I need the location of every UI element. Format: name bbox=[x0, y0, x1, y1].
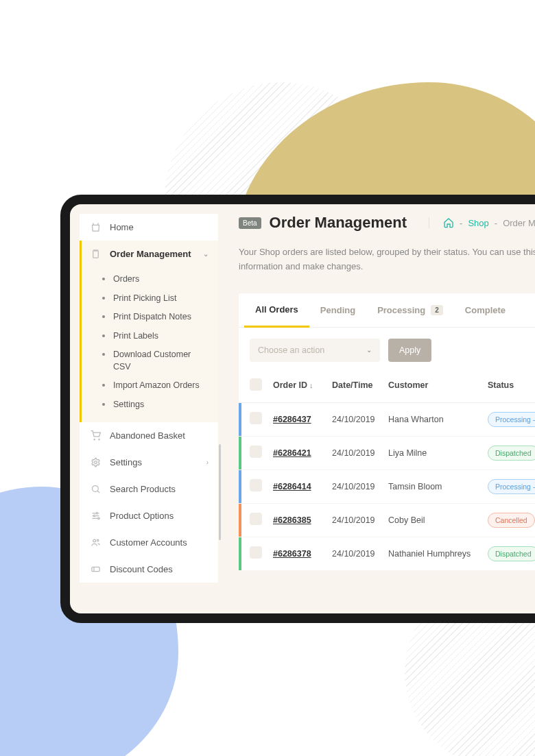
svg-point-4 bbox=[92, 486, 98, 492]
sort-down-icon: ↓ bbox=[309, 381, 313, 389]
sidebar-item-customer-accounts[interactable]: Customer Accounts bbox=[80, 529, 218, 556]
sidebar-item-home[interactable]: Home bbox=[80, 214, 218, 241]
row-checkbox[interactable] bbox=[250, 513, 262, 525]
row-checkbox[interactable] bbox=[250, 546, 262, 559]
order-customer: Hana Wharton bbox=[388, 415, 488, 424]
page-header: Beta Order Management - Shop - Order Man… bbox=[239, 214, 535, 232]
table-header: Order ID↓ Date/Time Customer Status bbox=[239, 373, 535, 403]
order-id-link[interactable]: #6286421 bbox=[273, 448, 311, 458]
gear-icon bbox=[89, 457, 102, 467]
sidebar-scrollbar[interactable] bbox=[219, 444, 221, 540]
bulk-action-toolbar: Choose an action ⌄ Apply bbox=[239, 328, 535, 373]
tab-badge: 2 bbox=[431, 305, 443, 315]
table-body: #628643724/10/2019Hana WhartonProcessing… bbox=[239, 403, 535, 571]
order-id-link[interactable]: #6286437 bbox=[273, 415, 311, 424]
subnav-item-import-amazon-orders[interactable]: Import Amazon Orders bbox=[82, 376, 218, 395]
status-bar bbox=[239, 437, 241, 470]
chevron-down-icon: ⌄ bbox=[203, 250, 209, 258]
ticket-icon bbox=[89, 564, 102, 574]
order-date: 24/10/2019 bbox=[332, 482, 388, 491]
select-all-checkbox[interactable] bbox=[250, 378, 262, 391]
tab-complete[interactable]: Complete bbox=[454, 293, 516, 327]
table-row[interactable]: #628643724/10/2019Hana WhartonProcessing… bbox=[239, 403, 535, 437]
bullet-icon bbox=[102, 315, 105, 318]
status-bar bbox=[239, 403, 241, 436]
col-order-id[interactable]: Order ID↓ bbox=[273, 380, 332, 390]
order-date: 24/10/2019 bbox=[332, 448, 388, 458]
table-row[interactable]: #628642124/10/2019Liya MilneDispatched bbox=[239, 437, 535, 470]
order-id-link[interactable]: #6286385 bbox=[273, 515, 311, 525]
column-label: Status bbox=[488, 380, 514, 390]
column-label: Order ID bbox=[273, 380, 307, 390]
row-checkbox[interactable] bbox=[250, 479, 262, 491]
order-date: 24/10/2019 bbox=[332, 515, 388, 525]
sidebar-item-abandoned-basket[interactable]: Abandoned Basket bbox=[80, 422, 218, 449]
bullet-icon bbox=[102, 278, 105, 280]
order-customer: Liya Milne bbox=[388, 448, 488, 458]
table-row[interactable]: #628638524/10/2019Coby BeilCancelled bbox=[239, 504, 535, 537]
device-frame: Home Order Management ⌄ Orders Print Pic… bbox=[60, 195, 535, 623]
subnav-item-print-labels[interactable]: Print Labels bbox=[82, 327, 218, 346]
col-date[interactable]: Date/Time bbox=[332, 380, 388, 390]
main-content: Beta Order Management - Shop - Order Man… bbox=[239, 214, 535, 604]
sidebar-item-label: Product Options bbox=[110, 511, 174, 521]
svg-point-5 bbox=[96, 513, 98, 515]
tab-label: Pending bbox=[320, 305, 355, 315]
order-date: 24/10/2019 bbox=[332, 549, 388, 559]
sidebar-item-search-products[interactable]: Search Products bbox=[80, 476, 218, 502]
sidebar-item-settings[interactable]: Settings › bbox=[80, 449, 218, 476]
svg-rect-10 bbox=[91, 567, 99, 571]
breadcrumb-sep: - bbox=[495, 218, 497, 228]
column-label: Customer bbox=[388, 380, 428, 390]
status-badge: Processing - W bbox=[488, 479, 535, 494]
table-row[interactable]: #628641424/10/2019Tamsin BloomProcessing… bbox=[239, 470, 535, 504]
apply-button[interactable]: Apply bbox=[388, 339, 431, 362]
sidebar-item-label: Discount Codes bbox=[110, 564, 173, 574]
sidebar-item-label: Abandoned Basket bbox=[110, 430, 185, 441]
table-row[interactable]: #628637824/10/2019Nathaniel HumphreysDis… bbox=[239, 537, 535, 571]
subnav-item-label: Print Labels bbox=[113, 330, 158, 343]
status-badge: Dispatched bbox=[488, 446, 535, 461]
bullet-icon bbox=[102, 353, 105, 356]
order-customer: Nathaniel Humphreys bbox=[388, 549, 488, 559]
bag-icon bbox=[89, 222, 102, 232]
svg-point-2 bbox=[98, 439, 99, 440]
row-checkbox[interactable] bbox=[250, 412, 262, 424]
svg-point-9 bbox=[97, 539, 99, 541]
orders-panel: All Orders Pending Processing2 Complete … bbox=[239, 293, 535, 571]
sidebar-item-order-management[interactable]: Order Management ⌄ bbox=[80, 241, 218, 267]
sidebar-item-label: Home bbox=[110, 222, 134, 232]
subnav-item-print-picking-list[interactable]: Print Picking List bbox=[82, 289, 218, 308]
subnav-item-download-customer-csv[interactable]: Download Customer CSV bbox=[82, 345, 218, 376]
sidebar-item-discount-codes[interactable]: Discount Codes bbox=[80, 556, 218, 583]
tab-processing[interactable]: Processing2 bbox=[366, 293, 454, 327]
breadcrumb-sep: - bbox=[460, 218, 462, 228]
home-icon[interactable] bbox=[443, 217, 454, 228]
sliders-icon bbox=[89, 511, 102, 521]
status-badge: Dispatched bbox=[488, 546, 535, 561]
bulk-action-select[interactable]: Choose an action ⌄ bbox=[250, 339, 380, 362]
order-id-link[interactable]: #6286378 bbox=[273, 549, 311, 559]
beta-badge: Beta bbox=[239, 217, 261, 229]
bullet-icon bbox=[102, 384, 105, 387]
tab-pending[interactable]: Pending bbox=[309, 293, 366, 327]
sidebar-item-label: Order Management bbox=[110, 249, 191, 259]
users-icon bbox=[89, 537, 102, 548]
subnav-item-settings[interactable]: Settings bbox=[82, 395, 218, 415]
order-id-link[interactable]: #6286414 bbox=[273, 482, 311, 491]
select-placeholder: Choose an action bbox=[258, 345, 324, 355]
subnav-item-orders[interactable]: Orders bbox=[82, 270, 218, 289]
svg-point-8 bbox=[93, 539, 95, 542]
tab-label: Complete bbox=[465, 305, 506, 315]
svg-point-1 bbox=[94, 439, 95, 440]
tab-all-orders[interactable]: All Orders bbox=[244, 293, 309, 328]
col-status[interactable]: Status bbox=[488, 380, 535, 390]
row-checkbox[interactable] bbox=[250, 446, 262, 458]
order-date: 24/10/2019 bbox=[332, 415, 388, 424]
status-badge: Cancelled bbox=[488, 513, 535, 528]
subnav-item-print-dispatch-notes[interactable]: Print Dispatch Notes bbox=[82, 308, 218, 327]
sidebar-item-product-options[interactable]: Product Options bbox=[80, 502, 218, 529]
col-customer[interactable]: Customer bbox=[388, 380, 488, 390]
breadcrumb-shop-link[interactable]: Shop bbox=[468, 218, 488, 228]
subnav-item-label: Orders bbox=[113, 273, 139, 286]
